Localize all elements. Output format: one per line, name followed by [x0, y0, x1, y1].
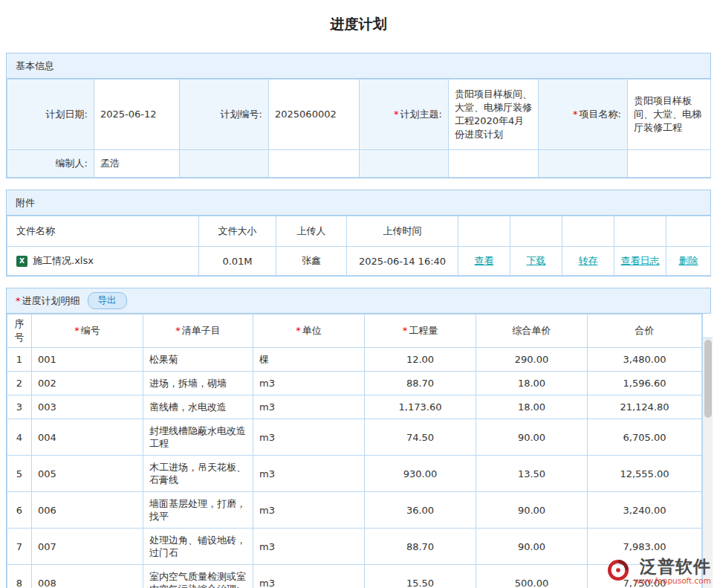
detail-row: 3 003 凿线槽，水电改造 m3 1,173.60 18.00 21,124.… — [7, 395, 702, 419]
item-header: *清单子目 — [143, 314, 253, 348]
detail-header-row: 序号 *编号 *清单子目 *单位 *工程量 综合单价 合价 — [7, 314, 702, 348]
file-name: 施工情况.xlsx — [33, 254, 94, 268]
transfer-link[interactable]: 转存 — [579, 255, 598, 266]
detail-cell-quantity: 88.70 — [365, 372, 476, 395]
detail-cell-unit: m3 — [253, 395, 365, 419]
fanpu-watermark: 泛普软件 www.fanpusoft.com — [607, 557, 711, 585]
required-mark: * — [403, 325, 408, 336]
watermark-url: www.fanpusoft.com — [634, 576, 711, 585]
scrollbar-thumb[interactable] — [704, 340, 712, 418]
view-log-cell: 查看日志 — [614, 247, 666, 276]
detail-cell-item: 处理边角、铺设地砖，过门石 — [143, 529, 253, 565]
detail-cell-code: 001 — [32, 348, 143, 372]
creator-label: 编制人: — [7, 150, 94, 178]
detail-cell-unit: m3 — [253, 372, 365, 395]
detail-cell-code: 006 — [32, 492, 143, 529]
plan-subject-label: *计划主题: — [360, 80, 449, 150]
required-mark: * — [175, 325, 181, 336]
detail-cell-quantity: 1,173.60 — [365, 395, 476, 419]
detail-cell-total: 12,555.00 — [588, 456, 702, 492]
detail-cell-seq: 1 — [7, 348, 32, 372]
detail-cell-unit: m3 — [253, 456, 365, 492]
detail-cell-seq: 8 — [7, 565, 32, 588]
total-header: 合价 — [588, 314, 702, 348]
detail-cell-unit-price: 290.00 — [476, 348, 588, 372]
view-link[interactable]: 查看 — [475, 255, 494, 266]
detail-cell-unit: m3 — [253, 419, 365, 456]
schedule-detail-section-header: *进度计划明细 导出 — [7, 288, 710, 314]
project-name-value: 贵阳项目样板间、大堂、电梯厅装修工程 — [628, 80, 711, 150]
view-log-link[interactable]: 查看日志 — [621, 255, 660, 266]
plan-subject-value: 贵阳项目样板间、大堂、电梯厅装修工程2020年4月份进度计划 — [449, 80, 539, 150]
detail-cell-code: 002 — [32, 372, 143, 395]
unit-header: *单位 — [253, 314, 365, 348]
detail-cell-code: 008 — [32, 565, 143, 588]
empty-cell — [449, 150, 539, 178]
empty-cell — [539, 150, 628, 178]
detail-cell-total: 6,705.00 — [588, 419, 702, 456]
download-link[interactable]: 下载 — [527, 255, 546, 266]
detail-cell-seq: 7 — [7, 529, 32, 565]
required-mark: * — [74, 325, 80, 336]
empty-cell — [628, 150, 711, 178]
empty-cell — [562, 216, 614, 247]
delete-link[interactable]: 删除 — [679, 255, 698, 266]
detail-cell-seq: 6 — [7, 492, 32, 529]
detail-cell-seq: 3 — [7, 395, 32, 419]
creator-value: 孟浩 — [94, 150, 180, 178]
attachments-header-row: 文件名称 文件大小 上传人 上传时间 — [7, 216, 711, 247]
view-cell: 查看 — [458, 247, 510, 276]
required-mark: * — [296, 325, 301, 336]
plan-no-label: 计划编号: — [180, 80, 269, 150]
detail-cell-quantity: 88.70 — [365, 529, 476, 565]
detail-cell-unit-price: 90.00 — [476, 492, 588, 529]
detail-cell-item: 凿线槽，水电改造 — [143, 395, 253, 419]
detail-cell-item: 室内空气质量检测或室内空气污染综合治理; — [143, 565, 253, 588]
detail-cell-unit: m3 — [253, 529, 365, 565]
detail-cell-seq: 5 — [7, 456, 32, 492]
detail-cell-code: 003 — [32, 395, 143, 419]
detail-cell-quantity: 36.00 — [365, 492, 476, 529]
detail-cell-quantity: 74.50 — [365, 419, 476, 456]
export-button[interactable]: 导出 — [88, 292, 127, 309]
excel-file-icon: X — [16, 256, 27, 267]
detail-row: 7 007 处理边角、铺设地砖，过门石 m3 88.70 90.00 7,983… — [7, 529, 702, 565]
watermark-brand: 泛普软件 — [640, 557, 711, 576]
basic-info-section-header: 基本信息 — [7, 54, 710, 79]
detail-cell-total: 3,240.00 — [588, 492, 702, 529]
empty-cell — [458, 216, 510, 247]
detail-row: 1 001 松果菊 棵 12.00 290.00 3,480.00 — [7, 348, 702, 372]
detail-scrollbar[interactable] — [702, 314, 713, 588]
empty-cell — [180, 150, 269, 178]
detail-cell-item: 墙面基层处理，打磨，找平 — [143, 492, 253, 529]
download-cell: 下载 — [510, 247, 562, 276]
detail-cell-item: 松果菊 — [143, 348, 253, 372]
scrollbar-track[interactable] — [703, 338, 713, 588]
detail-cell-unit: 棵 — [253, 348, 365, 372]
file-size-header: 文件大小 — [199, 216, 276, 247]
detail-cell-seq: 4 — [7, 419, 32, 456]
quantity-header: *工程量 — [365, 314, 476, 348]
required-mark: * — [573, 109, 578, 120]
detail-cell-unit-price: 90.00 — [476, 419, 588, 456]
code-header: *编号 — [32, 314, 143, 348]
schedule-detail-title-wrap: *进度计划明细 — [16, 294, 80, 308]
empty-cell — [360, 150, 449, 178]
detail-cell-code: 007 — [32, 529, 143, 565]
detail-row: 6 006 墙面基层处理，打磨，找平 m3 36.00 90.00 3,240.… — [7, 492, 702, 529]
detail-cell-unit: m3 — [253, 565, 365, 588]
detail-cell-total: 3,480.00 — [588, 348, 702, 372]
detail-cell-unit-price: 500.00 — [476, 565, 588, 588]
file-size-cell: 0.01M — [199, 247, 276, 276]
detail-cell-unit-price: 18.00 — [476, 372, 588, 395]
upload-time-header: 上传时间 — [347, 216, 458, 247]
detail-cell-unit-price: 18.00 — [476, 395, 588, 419]
file-name-header: 文件名称 — [7, 216, 199, 247]
detail-cell-unit-price: 13.50 — [476, 456, 588, 492]
required-mark: * — [394, 109, 399, 120]
detail-cell-total: 1,596.60 — [588, 372, 702, 395]
attachments-table: 文件名称 文件大小 上传人 上传时间 X 施工情况.xlsx 0.01M — [7, 216, 711, 276]
attachments-section-title: 附件 — [16, 196, 35, 210]
detail-row: 4 004 封埋线槽隐蔽水电改造工程 m3 74.50 90.00 6,705.… — [7, 419, 702, 456]
uploader-cell: 张鑫 — [276, 247, 347, 276]
